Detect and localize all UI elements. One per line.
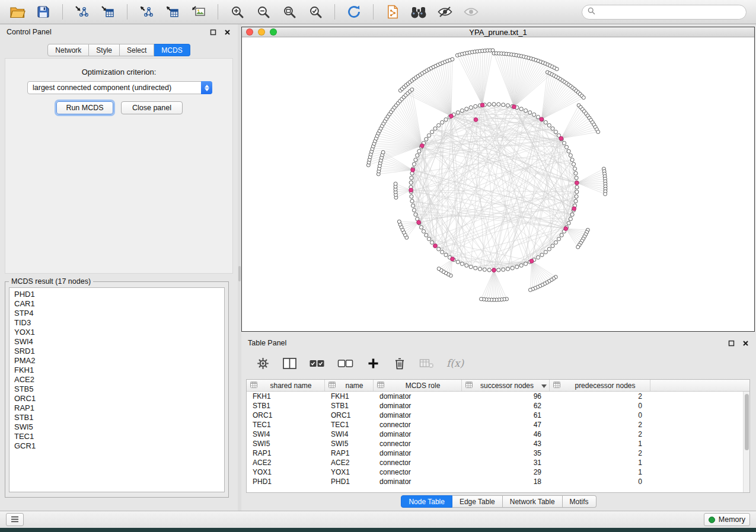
column-header-name[interactable]: name [325, 380, 374, 391]
tab-style[interactable]: Style [89, 44, 120, 56]
mcds-result-item[interactable]: TID3 [9, 318, 224, 328]
mcds-result-item[interactable]: SWI4 [9, 337, 224, 347]
hide-selected-icon[interactable] [433, 2, 456, 22]
export-image-icon[interactable] [187, 2, 210, 22]
column-header-successor-nodes[interactable]: successor nodes [462, 380, 550, 391]
zoom-fit-icon[interactable] [278, 2, 301, 22]
refresh-icon[interactable] [343, 2, 365, 22]
table-row[interactable]: ACE2ACE2connector311 [247, 458, 749, 467]
column-header-predecessor-nodes[interactable]: predecessor nodes [550, 380, 650, 391]
table-row[interactable]: FKH1FKH1dominator962 [247, 392, 749, 401]
mcds-result-item[interactable]: ACE2 [9, 375, 224, 384]
delete-icon[interactable] [393, 355, 407, 371]
mcds-result-item[interactable]: GCR1 [9, 441, 224, 451]
mcds-result-item[interactable]: SWI5 [9, 422, 224, 432]
cell-successor-nodes: 29 [462, 468, 550, 476]
network-graph-canvas[interactable] [242, 37, 754, 331]
gear-icon[interactable] [256, 355, 270, 371]
table-row[interactable]: TEC1TEC1connector472 [247, 420, 749, 430]
scrollbar-thumb[interactable] [745, 394, 749, 450]
cell-successor-nodes: 62 [462, 402, 550, 410]
zoom-selected-icon[interactable] [304, 2, 327, 22]
mcds-result-item[interactable]: RAP1 [9, 403, 224, 413]
show-all-icon [460, 2, 482, 22]
mcds-result-item[interactable]: STP4 [9, 309, 224, 318]
control-panel-tabs: NetworkStyleSelectMCDS [0, 44, 238, 56]
cell-MCDS-role: dominator [374, 392, 462, 400]
list-icon [11, 515, 19, 524]
select-all-icon[interactable] [309, 355, 325, 371]
search-input[interactable] [599, 8, 741, 16]
close-panel-icon[interactable] [224, 28, 231, 36]
add-icon[interactable] [366, 355, 380, 371]
float-panel-icon[interactable] [209, 28, 217, 36]
table-sort-icon [377, 382, 384, 390]
table-row[interactable]: SWI5SWI5connector431 [247, 439, 749, 448]
splitter-grip-icon[interactable] [238, 266, 241, 281]
toolbar-separator [127, 4, 127, 20]
mcds-result-item[interactable]: STB1 [9, 413, 224, 422]
mcds-result-item[interactable]: SRD1 [9, 347, 224, 356]
float-table-panel-icon[interactable] [728, 339, 735, 347]
mcds-result-item[interactable]: PHD1 [9, 290, 224, 299]
cell-successor-nodes: 43 [462, 440, 550, 448]
select-none-icon[interactable] [337, 355, 353, 371]
memory-button[interactable]: Memory [704, 513, 750, 526]
control-panel-header: Control Panel [0, 24, 238, 40]
cell-MCDS-role: connector [374, 468, 462, 476]
tab-select[interactable]: Select [120, 44, 154, 56]
mcds-result-item[interactable]: CAR1 [9, 299, 224, 309]
table-sort-icon [465, 382, 473, 390]
mcds-result-list[interactable]: PHD1CAR1STP4TID3YOX1SWI4SRD1PMA2FKH1ACE2… [9, 287, 225, 492]
cell-shared-name: SWI4 [247, 430, 325, 438]
column-header-shared-name[interactable]: shared name [247, 380, 325, 391]
table-panel-tabs: Node TableEdge TableNetwork TableMotifs [241, 495, 756, 508]
zoom-in-icon[interactable] [226, 2, 248, 22]
table-row[interactable]: ORC1ORC1dominator610 [247, 411, 749, 420]
import-table-icon[interactable] [97, 2, 119, 22]
show-panels-button[interactable] [6, 513, 24, 526]
tab-network-table[interactable]: Network Table [503, 495, 563, 508]
optimization-criterion-select[interactable]: largest connected component (undirected) [27, 81, 212, 94]
tab-edge-table[interactable]: Edge Table [452, 495, 503, 508]
share-document-icon[interactable] [381, 2, 404, 22]
zoom-out-icon[interactable] [252, 2, 275, 22]
column-header-MCDS-role[interactable]: MCDS role [374, 380, 462, 391]
close-table-panel-icon[interactable] [742, 339, 749, 347]
table-row[interactable]: SWI4SWI4dominator462 [247, 430, 749, 439]
run-mcds-button[interactable]: Run MCDS [56, 101, 113, 114]
mcds-result-item[interactable]: PMA2 [9, 356, 224, 366]
table-row[interactable]: PHD1PHD1dominator180 [247, 477, 749, 486]
tab-network[interactable]: Network [47, 44, 89, 56]
function-builder-icon: f(x) [446, 355, 464, 371]
tab-motifs[interactable]: Motifs [563, 495, 596, 508]
save-icon[interactable] [32, 2, 55, 22]
close-panel-button[interactable]: Close panel [121, 101, 183, 114]
export-network-icon[interactable] [135, 2, 158, 22]
tab-node-table[interactable]: Node Table [401, 495, 452, 508]
first-neighbors-icon[interactable] [407, 2, 430, 22]
column-layout-icon[interactable] [282, 355, 296, 371]
mcds-result-item[interactable]: YOX1 [9, 328, 224, 337]
mcds-result-item[interactable]: TEC1 [9, 432, 224, 441]
network-window-titlebar[interactable]: YPA_prune.txt_1 [242, 27, 754, 37]
tab-mcds[interactable]: MCDS [154, 44, 190, 56]
mcds-result-item[interactable]: STB5 [9, 384, 224, 394]
mcds-result-title: MCDS result (17 nodes) [9, 277, 93, 286]
mcds-result-item[interactable]: FKH1 [9, 366, 224, 375]
application-window: Control Panel NetworkStyleSelectMCDS Opt… [0, 0, 756, 528]
table-scrollbar[interactable] [743, 392, 749, 492]
cell-successor-nodes: 35 [462, 449, 550, 457]
table-row[interactable]: RAP1RAP1dominator352 [247, 448, 749, 458]
table-row[interactable]: YOX1YOX1connector291 [247, 467, 749, 477]
export-table-icon[interactable] [161, 2, 184, 22]
import-network-icon[interactable] [71, 2, 93, 22]
open-folder-icon[interactable] [6, 2, 28, 22]
cell-successor-nodes: 46 [462, 430, 550, 438]
optimization-criterion-label: Optimization criterion: [5, 68, 232, 76]
mcds-result-item[interactable]: ORC1 [9, 394, 224, 403]
cell-successor-nodes: 31 [462, 459, 550, 467]
cell-name: SWI5 [325, 440, 374, 448]
table-row[interactable]: STB1STB1dominator620 [247, 401, 749, 411]
search-box[interactable] [582, 5, 747, 20]
